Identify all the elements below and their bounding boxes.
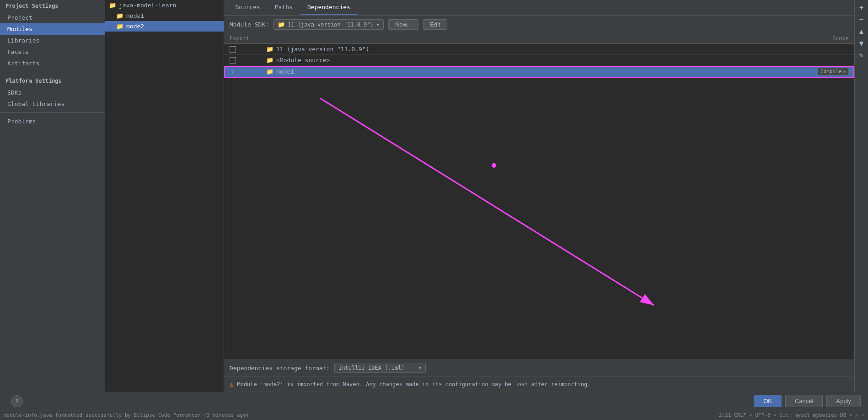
folder-icon-sdk: 📁	[278, 21, 285, 28]
storage-row: Dependencies storage format: IntelliJ ID…	[224, 359, 854, 377]
sidebar-item-label: Project	[7, 14, 32, 21]
status-left: module-info.java formatted successfully …	[4, 412, 249, 418]
chevron-down-icon: ▾	[418, 365, 422, 371]
sidebar-item-problems[interactable]: Problems	[0, 116, 105, 127]
sidebar-item-label: Modules	[7, 26, 32, 32]
add-button[interactable]: +	[856, 2, 867, 13]
storage-value: IntelliJ IDEA (.iml)	[338, 365, 405, 371]
tree-item-label: mode2	[126, 23, 144, 30]
tabs-bar: Sources Paths Dependencies	[224, 0, 854, 16]
module-tree: 📁 java-model-learn 📁 mode1 📁 mode2	[105, 0, 224, 392]
dep-row-mode1[interactable]: ✓ 📁 mode1 Compile ▾	[224, 66, 854, 78]
col-scope-header: Scope	[794, 35, 849, 42]
chevron-down-icon: ▾	[376, 21, 380, 28]
edit-button[interactable]: ✎	[856, 49, 867, 60]
ok-button[interactable]: OK	[754, 395, 782, 407]
dep-row-name-mode1: 📁 mode1	[266, 68, 794, 75]
dep-row-scope-mode1: Compile ▾	[794, 68, 849, 75]
col-name-header	[266, 35, 794, 42]
tree-item-java-model-learn[interactable]: 📁 java-model-learn	[105, 0, 224, 11]
sidebar-item-facets[interactable]: Facets	[0, 46, 105, 58]
sidebar-item-modules[interactable]: Modules	[0, 23, 105, 35]
sidebar-item-label: Global Libraries	[7, 101, 64, 107]
tab-dependencies[interactable]: Dependencies	[300, 0, 358, 15]
folder-icon: 📁	[116, 23, 123, 30]
dep-row-export-source	[230, 57, 266, 64]
status-bar: module-info.java formatted successfully …	[0, 410, 868, 420]
sidebar-item-label: Artifacts	[7, 60, 39, 67]
dep-table-header: Export Scope	[224, 33, 854, 44]
folder-icon: 📁	[109, 2, 116, 9]
sidebar-divider	[0, 72, 105, 72]
warning-row: ⚠ Module 'mode2' is imported from Maven.…	[224, 377, 854, 392]
sidebar-item-sdks[interactable]: SDKs	[0, 87, 105, 98]
platform-settings-header: Platform Settings	[0, 75, 105, 87]
bottom-bar: ? OK Cancel Apply	[0, 392, 868, 410]
col-export-header: Export	[230, 35, 266, 42]
sdk-label: Module SDK:	[230, 21, 269, 28]
warning-text: Module 'mode2' is imported from Maven. A…	[237, 381, 590, 388]
sidebar-item-artifacts[interactable]: Artifacts	[0, 58, 105, 69]
dep-table-container: Export Scope 📁 11 (java version "11.0.9"…	[224, 33, 854, 392]
storage-dropdown[interactable]: IntelliJ IDEA (.iml) ▾	[334, 363, 426, 373]
tab-sources[interactable]: Sources	[228, 0, 268, 15]
tree-item-mode2[interactable]: 📁 mode2	[105, 21, 224, 32]
folder-icon-mode1: 📁	[266, 68, 273, 75]
export-checkbox-mode1[interactable]: ✓	[230, 69, 236, 75]
warning-icon: ⚠	[230, 381, 233, 388]
sidebar-divider-2	[0, 112, 105, 113]
chevron-down-icon: ▾	[843, 69, 846, 74]
sidebar: Project Settings Project Modules Librari…	[0, 0, 105, 392]
export-checkbox-jdk[interactable]	[230, 46, 236, 53]
dep-row-export-mode1: ✓	[230, 69, 266, 75]
tree-item-label: mode1	[126, 12, 144, 19]
dep-row-export-jdk	[230, 46, 266, 53]
storage-label: Dependencies storage format:	[230, 365, 330, 372]
move-up-button[interactable]: ▲	[856, 26, 867, 37]
tree-item-label: java-model-learn	[119, 2, 176, 9]
folder-icon: 📁	[116, 12, 123, 19]
scope-dropdown-mode1[interactable]: Compile ▾	[818, 68, 849, 75]
edit-sdk-button[interactable]: Edit	[423, 19, 447, 30]
folder-icon-jdk: 📁	[266, 46, 273, 53]
cancel-button[interactable]: Cancel	[785, 395, 823, 407]
dep-row-module-source[interactable]: 📁 <Module source>	[224, 55, 854, 66]
sidebar-item-libraries[interactable]: Libraries	[0, 35, 105, 46]
dep-row-name-jdk: 📁 11 (java version "11.0.9")	[266, 46, 794, 53]
sidebar-item-label: SDKs	[7, 89, 21, 96]
tree-item-mode1[interactable]: 📁 mode1	[105, 11, 224, 21]
help-button[interactable]: ?	[11, 395, 23, 407]
sidebar-item-label: Facets	[7, 48, 29, 55]
status-right: 2:21 CRLF ▾ UTF-8 ▾ Git: mysql_mybaties_…	[719, 412, 864, 418]
sdk-dropdown[interactable]: 📁 11 (java version "11.0.9") ▾	[273, 19, 384, 30]
move-down-button[interactable]: ▼	[856, 37, 867, 48]
sdk-row: Module SDK: 📁 11 (java version "11.0.9")…	[224, 16, 854, 33]
right-toolbar: + − ▲ ▼ ✎	[854, 0, 868, 392]
dep-row-jdk11[interactable]: 📁 11 (java version "11.0.9")	[224, 44, 854, 55]
remove-button[interactable]: −	[856, 14, 867, 25]
sidebar-item-project[interactable]: Project	[0, 12, 105, 23]
sidebar-item-label: Problems	[7, 118, 36, 125]
sdk-value: 11 (java version "11.0.9")	[288, 21, 374, 28]
new-sdk-button[interactable]: New...	[388, 19, 418, 30]
folder-icon-source: 📁	[266, 57, 273, 64]
sidebar-item-label: Libraries	[7, 37, 39, 44]
sidebar-item-global-libraries[interactable]: Global Libraries	[0, 98, 105, 110]
tab-paths[interactable]: Paths	[268, 0, 300, 15]
apply-button[interactable]: Apply	[826, 395, 861, 407]
main-panel: Sources Paths Dependencies Module SDK: 📁…	[224, 0, 854, 392]
export-checkbox-source[interactable]	[230, 57, 236, 64]
dep-row-name-source: 📁 <Module source>	[266, 57, 794, 64]
project-settings-header: Project Settings	[0, 0, 105, 12]
dep-table: 📁 11 (java version "11.0.9") 📁 <Module s…	[224, 44, 854, 359]
